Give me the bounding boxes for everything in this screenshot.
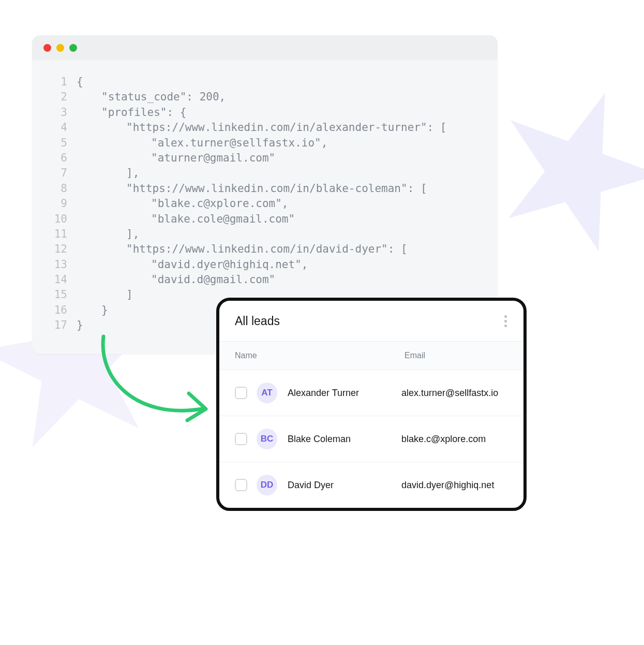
lead-email: david.dyer@highiq.net — [401, 480, 494, 491]
line-number: 4 — [47, 120, 67, 135]
leads-title: All leads — [235, 314, 280, 328]
lead-email: alex.turner@sellfastx.io — [401, 388, 498, 399]
leads-card: All leads Name Email ATAlexander Turnera… — [216, 298, 527, 511]
lead-row[interactable]: DDDavid Dyerdavid.dyer@highiq.net — [219, 462, 523, 508]
avatar: BC — [257, 429, 277, 449]
avatar: DD — [257, 475, 277, 495]
code-text: } — [77, 318, 83, 333]
lead-name: Alexander Turner — [288, 388, 401, 399]
code-text: "https://www.linkedin.com/in/alexander-t… — [77, 120, 447, 135]
code-line: 8"https://www.linkedin.com/in/blake-cole… — [47, 181, 483, 196]
window-zoom-dot[interactable] — [69, 44, 77, 52]
code-text: "profiles": { — [77, 105, 186, 120]
code-text: "blake.c@xplore.com", — [77, 196, 289, 211]
lead-row[interactable]: BCBlake Colemanblake.c@xplore.com — [219, 416, 523, 462]
line-number: 1 — [47, 75, 67, 90]
code-line: 13"david.dyer@highiq.net", — [47, 257, 483, 272]
code-line: 2"status_code": 200, — [47, 90, 483, 105]
code-text: "blake.cole@gmail.com" — [77, 212, 295, 227]
line-number: 7 — [47, 166, 67, 181]
code-line: 10"blake.cole@gmail.com" — [47, 212, 483, 227]
code-text: "https://www.linkedin.com/in/blake-colem… — [77, 181, 427, 196]
line-number: 14 — [47, 272, 67, 287]
line-number: 6 — [47, 151, 67, 166]
row-checkbox[interactable] — [235, 387, 247, 399]
code-line: 4"https://www.linkedin.com/in/alexander-… — [47, 120, 483, 135]
code-text: "alex.turner@sellfastx.io", — [77, 136, 327, 151]
line-number: 17 — [47, 318, 67, 333]
code-line: 6"aturner@gmail.com" — [47, 151, 483, 166]
line-number: 16 — [47, 303, 67, 318]
line-number: 3 — [47, 105, 67, 120]
code-text: { — [77, 75, 83, 90]
code-text: "david.d@gmail.com" — [77, 272, 275, 287]
line-number: 5 — [47, 136, 67, 151]
row-checkbox[interactable] — [235, 479, 247, 491]
code-line: 11], — [47, 227, 483, 242]
code-line: 14"david.d@gmail.com" — [47, 272, 483, 287]
code-text: "status_code": 200, — [77, 90, 226, 105]
code-text: "aturner@gmail.com" — [77, 151, 275, 166]
line-number: 10 — [47, 212, 67, 227]
code-text: ], — [77, 166, 139, 181]
code-line: 3"profiles": { — [47, 105, 483, 120]
code-line: 1{ — [47, 75, 483, 90]
window-minimize-dot[interactable] — [56, 44, 64, 52]
code-text: } — [77, 303, 108, 318]
line-number: 13 — [47, 257, 67, 272]
line-number: 11 — [47, 227, 67, 242]
code-text: ] — [77, 287, 133, 302]
code-line: 12"https://www.linkedin.com/in/david-dye… — [47, 242, 483, 257]
code-line: 5"alex.turner@sellfastx.io", — [47, 136, 483, 151]
code-text: ], — [77, 227, 139, 242]
code-text: "david.dyer@highiq.net", — [77, 257, 308, 272]
row-checkbox[interactable] — [235, 433, 247, 445]
code-text: "https://www.linkedin.com/in/david-dyer"… — [77, 242, 408, 257]
more-options-icon[interactable] — [501, 312, 510, 330]
lead-row[interactable]: ATAlexander Turneralex.turner@sellfastx.… — [219, 370, 523, 416]
column-header-email: Email — [405, 351, 508, 360]
code-line: 7], — [47, 166, 483, 181]
leads-header: All leads — [219, 301, 523, 341]
code-line: 9"blake.c@xplore.com", — [47, 196, 483, 211]
arrow-icon — [88, 331, 222, 435]
lead-name: Blake Coleman — [288, 434, 401, 445]
line-number: 2 — [47, 90, 67, 105]
line-number: 12 — [47, 242, 67, 257]
column-header-name: Name — [235, 351, 405, 360]
lead-email: blake.c@xplore.com — [401, 434, 486, 445]
line-number: 15 — [47, 287, 67, 302]
window-close-dot[interactable] — [43, 44, 51, 52]
avatar: AT — [257, 383, 277, 403]
line-number: 9 — [47, 196, 67, 211]
line-number: 8 — [47, 181, 67, 196]
leads-column-headers: Name Email — [219, 341, 523, 370]
lead-name: David Dyer — [288, 480, 401, 491]
window-titlebar — [32, 35, 498, 60]
